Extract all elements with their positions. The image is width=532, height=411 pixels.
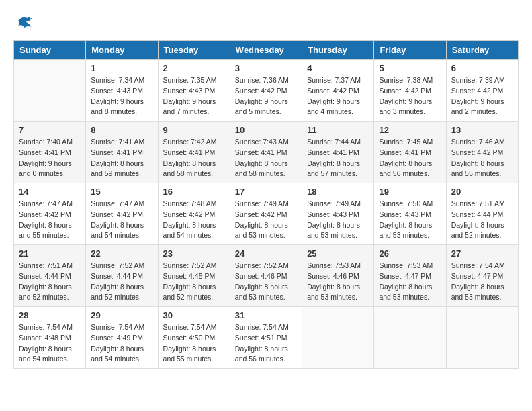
day-info: Sunrise: 7:44 AMSunset: 4:41 PMDaylight:… [307,137,369,179]
calendar-cell: 12Sunrise: 7:45 AMSunset: 4:41 PMDayligh… [374,122,446,183]
calendar-cell: 15Sunrise: 7:47 AMSunset: 4:42 PMDayligh… [86,183,158,245]
calendar-week-row: 14Sunrise: 7:47 AMSunset: 4:42 PMDayligh… [14,183,519,245]
day-number: 30 [163,310,225,320]
calendar-cell: 7Sunrise: 7:40 AMSunset: 4:41 PMDaylight… [14,122,86,183]
calendar-cell: 11Sunrise: 7:44 AMSunset: 4:41 PMDayligh… [302,122,374,183]
day-number: 29 [91,310,152,320]
day-info: Sunrise: 7:47 AMSunset: 4:42 PMDaylight:… [91,199,152,241]
weekday-header-row: SundayMondayTuesdayWednesdayThursdayFrid… [14,41,519,60]
day-info: Sunrise: 7:36 AMSunset: 4:42 PMDaylight:… [235,75,297,118]
calendar-cell: 10Sunrise: 7:43 AMSunset: 4:41 PMDayligh… [230,122,302,183]
day-info: Sunrise: 7:40 AMSunset: 4:41 PMDaylight:… [19,137,81,179]
calendar-cell: 24Sunrise: 7:52 AMSunset: 4:46 PMDayligh… [230,245,302,307]
calendar-cell: 27Sunrise: 7:54 AMSunset: 4:47 PMDayligh… [446,245,518,307]
day-info: Sunrise: 7:53 AMSunset: 4:47 PMDaylight:… [379,261,441,303]
day-number: 23 [163,248,225,259]
calendar-cell [14,60,86,122]
day-info: Sunrise: 7:49 AMSunset: 4:43 PMDaylight:… [307,199,369,241]
weekday-header-wednesday: Wednesday [230,41,302,60]
day-info: Sunrise: 7:52 AMSunset: 4:45 PMDaylight:… [163,261,225,303]
day-number: 16 [163,187,225,197]
calendar-table: SundayMondayTuesdayWednesdayThursdayFrid… [13,40,519,369]
day-info: Sunrise: 7:34 AMSunset: 4:43 PMDaylight:… [91,75,152,118]
day-number: 7 [19,125,81,135]
calendar-cell: 31Sunrise: 7:54 AMSunset: 4:51 PMDayligh… [230,307,302,369]
calendar-cell: 2Sunrise: 7:35 AMSunset: 4:43 PMDaylight… [158,60,230,122]
day-info: Sunrise: 7:37 AMSunset: 4:42 PMDaylight:… [307,75,369,118]
weekday-header-saturday: Saturday [446,41,518,60]
calendar-cell: 28Sunrise: 7:54 AMSunset: 4:48 PMDayligh… [14,307,86,369]
day-info: Sunrise: 7:46 AMSunset: 4:42 PMDaylight:… [451,137,513,179]
day-info: Sunrise: 7:53 AMSunset: 4:46 PMDaylight:… [307,261,369,303]
day-number: 1 [91,63,152,73]
day-number: 2 [163,63,225,73]
day-number: 19 [379,187,441,197]
day-info: Sunrise: 7:42 AMSunset: 4:41 PMDaylight:… [163,137,225,179]
day-number: 17 [235,187,297,197]
day-info: Sunrise: 7:51 AMSunset: 4:44 PMDaylight:… [451,199,513,241]
day-info: Sunrise: 7:48 AMSunset: 4:42 PMDaylight:… [163,199,225,241]
day-info: Sunrise: 7:39 AMSunset: 4:42 PMDaylight:… [451,75,513,118]
logo-icon [13,13,35,35]
weekday-header-tuesday: Tuesday [158,41,230,60]
svg-point-0 [28,17,30,19]
day-info: Sunrise: 7:35 AMSunset: 4:43 PMDaylight:… [163,75,225,118]
calendar-cell: 9Sunrise: 7:42 AMSunset: 4:41 PMDaylight… [158,122,230,183]
calendar-cell: 20Sunrise: 7:51 AMSunset: 4:44 PMDayligh… [446,183,518,245]
day-info: Sunrise: 7:45 AMSunset: 4:41 PMDaylight:… [379,137,441,179]
day-number: 4 [307,63,369,73]
day-info: Sunrise: 7:47 AMSunset: 4:42 PMDaylight:… [19,199,81,241]
calendar-cell: 5Sunrise: 7:38 AMSunset: 4:42 PMDaylight… [374,60,446,122]
calendar-week-row: 7Sunrise: 7:40 AMSunset: 4:41 PMDaylight… [14,122,519,183]
day-info: Sunrise: 7:54 AMSunset: 4:47 PMDaylight:… [451,261,513,303]
day-info: Sunrise: 7:51 AMSunset: 4:44 PMDaylight:… [19,261,81,303]
weekday-header-friday: Friday [374,41,446,60]
calendar-cell: 29Sunrise: 7:54 AMSunset: 4:49 PMDayligh… [86,307,158,369]
calendar-cell [446,307,518,369]
calendar-cell: 1Sunrise: 7:34 AMSunset: 4:43 PMDaylight… [86,60,158,122]
day-number: 21 [19,248,81,259]
calendar-week-row: 1Sunrise: 7:34 AMSunset: 4:43 PMDaylight… [14,60,519,122]
day-number: 18 [307,187,369,197]
day-number: 12 [379,125,441,135]
day-info: Sunrise: 7:49 AMSunset: 4:42 PMDaylight:… [235,199,297,241]
day-number: 28 [19,310,81,320]
calendar-cell: 18Sunrise: 7:49 AMSunset: 4:43 PMDayligh… [302,183,374,245]
day-number: 10 [235,125,297,135]
calendar-week-row: 21Sunrise: 7:51 AMSunset: 4:44 PMDayligh… [14,245,519,307]
logo [13,13,38,35]
calendar-cell: 16Sunrise: 7:48 AMSunset: 4:42 PMDayligh… [158,183,230,245]
day-number: 20 [451,187,513,197]
weekday-header-thursday: Thursday [302,41,374,60]
calendar-cell: 6Sunrise: 7:39 AMSunset: 4:42 PMDaylight… [446,60,518,122]
calendar-cell: 3Sunrise: 7:36 AMSunset: 4:42 PMDaylight… [230,60,302,122]
calendar-cell: 8Sunrise: 7:41 AMSunset: 4:41 PMDaylight… [86,122,158,183]
day-info: Sunrise: 7:43 AMSunset: 4:41 PMDaylight:… [235,137,297,179]
day-info: Sunrise: 7:41 AMSunset: 4:41 PMDaylight:… [91,137,152,179]
calendar-cell: 14Sunrise: 7:47 AMSunset: 4:42 PMDayligh… [14,183,86,245]
day-number: 6 [451,63,513,73]
day-number: 22 [91,248,152,259]
day-number: 11 [307,125,369,135]
calendar-cell: 30Sunrise: 7:54 AMSunset: 4:50 PMDayligh… [158,307,230,369]
day-number: 31 [235,310,297,320]
day-info: Sunrise: 7:54 AMSunset: 4:50 PMDaylight:… [163,322,225,365]
calendar-cell: 25Sunrise: 7:53 AMSunset: 4:46 PMDayligh… [302,245,374,307]
day-info: Sunrise: 7:54 AMSunset: 4:48 PMDaylight:… [19,322,81,365]
day-info: Sunrise: 7:52 AMSunset: 4:44 PMDaylight:… [91,261,152,303]
calendar-cell [374,307,446,369]
day-number: 3 [235,63,297,73]
day-number: 9 [163,125,225,135]
day-info: Sunrise: 7:52 AMSunset: 4:46 PMDaylight:… [235,261,297,303]
day-info: Sunrise: 7:54 AMSunset: 4:51 PMDaylight:… [235,322,297,365]
calendar-week-row: 28Sunrise: 7:54 AMSunset: 4:48 PMDayligh… [14,307,519,369]
day-number: 27 [451,248,513,259]
day-number: 5 [379,63,441,73]
calendar-cell: 17Sunrise: 7:49 AMSunset: 4:42 PMDayligh… [230,183,302,245]
day-info: Sunrise: 7:54 AMSunset: 4:49 PMDaylight:… [91,322,152,365]
day-number: 15 [91,187,152,197]
calendar-cell: 26Sunrise: 7:53 AMSunset: 4:47 PMDayligh… [374,245,446,307]
calendar-cell: 23Sunrise: 7:52 AMSunset: 4:45 PMDayligh… [158,245,230,307]
day-number: 24 [235,248,297,259]
weekday-header-monday: Monday [86,41,158,60]
